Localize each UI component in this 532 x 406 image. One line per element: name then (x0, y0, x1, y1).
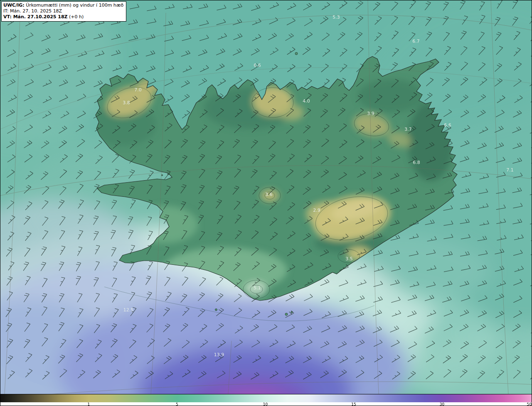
precipitation-wind-map: 5.36.76.67.03.84.03.96.63.76.87.13.62.93… (0, 0, 532, 394)
precip-value-label: 7.0 (134, 87, 142, 93)
precip-value-label: 5.3 (332, 15, 340, 20)
precip-value-label: 2.9 (313, 208, 320, 213)
model-name: UWC/IG: (3, 2, 25, 8)
precip-value-label: 13.9 (214, 352, 224, 357)
map-title: UWC/IG: Úrkomumætti (mm) og vindur í 100… (3, 2, 123, 8)
colorbar-tick-label: 30 (440, 402, 444, 406)
colorbar-tick-label: 5 (176, 402, 178, 406)
colorbar-tick-labels: 1510153050 (0, 402, 532, 406)
precip-value-label: 3.5 (345, 256, 353, 262)
precip-value-label: 4.0 (303, 98, 310, 104)
colorbar-tick-label: 1 (88, 402, 90, 406)
precip-value-label: 6.7 (412, 39, 420, 44)
precip-value-label: 6.6 (444, 122, 451, 128)
precip-value-label: 6.8 (413, 160, 420, 165)
colorbar-tick-label: 50 (527, 402, 532, 406)
precip-value-label: 3.7 (404, 127, 412, 132)
precip-value-label: 3.9 (367, 111, 374, 116)
precip-value-label: 3.8 (123, 100, 130, 105)
init-time: IT: Mán. 27. 10. 2025 18Z (3, 8, 123, 14)
colorbar-tick-label: 10 (263, 402, 268, 406)
valid-time-offset: (+0 h) (68, 14, 84, 20)
valid-time-bold: VT: Mán. 27.10.2025 18Z (3, 14, 68, 20)
precip-value-label: 7.1 (506, 167, 514, 173)
colorbar-tick-label: 15 (351, 402, 356, 406)
precip-value-label: 3.6 (265, 192, 273, 197)
colorbar-gradient (0, 394, 532, 402)
precip-value-label: 6.6 (254, 63, 261, 68)
weather-map-frame: 5.36.76.67.03.84.03.96.63.76.87.13.62.93… (0, 0, 532, 406)
precip-value-label: 5.1 (254, 285, 261, 291)
title-box: UWC/IG: Úrkomumætti (mm) og vindur í 100… (1, 1, 126, 22)
colorbar: 1510153050 (0, 394, 532, 406)
precip-value-label: 12.5 (123, 307, 134, 313)
valid-time: VT: Mán. 27.10.2025 18Z (+0 h) (3, 14, 123, 20)
map-title-text: Úrkomumætti (mm) og vindur í 100m hæð (25, 2, 124, 8)
